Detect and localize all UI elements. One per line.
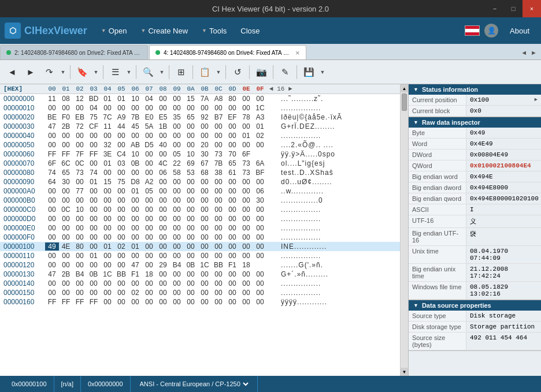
hex-byte-18-13[interactable]: F1 xyxy=(225,261,239,269)
hex-byte-22-4[interactable]: 00 xyxy=(101,298,114,306)
hex-row-17[interactable]: 0000011000000001000000000000000000000000… xyxy=(0,251,400,260)
hex-byte-16-8[interactable]: 00 xyxy=(156,242,170,251)
hex-byte-18-3[interactable]: 00 xyxy=(87,261,101,269)
hex-byte-18-10[interactable]: 0B xyxy=(184,261,198,269)
hex-byte-11-9[interactable]: 00 xyxy=(170,196,184,204)
hex-byte-21-14[interactable]: 00 xyxy=(239,289,253,297)
hex-byte-5-10[interactable]: 00 xyxy=(184,141,198,149)
hex-byte-20-15[interactable]: 00 xyxy=(253,279,267,288)
hex-byte-7-14[interactable]: 73 xyxy=(239,159,253,167)
hex-byte-4-10[interactable]: 00 xyxy=(184,132,198,140)
hex-byte-14-7[interactable]: 00 xyxy=(142,224,156,232)
hex-byte-3-8[interactable]: 1B xyxy=(156,122,170,130)
hex-byte-7-5[interactable]: 03 xyxy=(114,159,128,167)
hex-byte-18-12[interactable]: BB xyxy=(212,261,225,269)
hex-byte-10-13[interactable]: 00 xyxy=(225,187,239,195)
hex-byte-19-6[interactable]: F1 xyxy=(128,270,142,278)
hex-byte-8-4[interactable]: 00 xyxy=(101,169,114,177)
hex-byte-18-6[interactable]: 47 xyxy=(128,261,142,269)
hex-byte-1-1[interactable]: 00 xyxy=(59,104,73,112)
hex-byte-9-14[interactable]: 00 xyxy=(239,178,253,186)
hex-row-18[interactable]: 00000120000000000000470029B40B1CBBF118..… xyxy=(0,260,400,270)
hex-byte-6-12[interactable]: 73 xyxy=(212,150,225,158)
hex-byte-3-14[interactable]: 00 xyxy=(239,122,253,130)
hex-byte-4-3[interactable]: 00 xyxy=(87,132,101,140)
hex-byte-2-15[interactable]: A3 xyxy=(253,113,267,121)
hex-byte-3-5[interactable]: 44 xyxy=(114,122,128,130)
hex-byte-3-11[interactable]: 00 xyxy=(198,122,212,130)
raw-data-header[interactable]: ▼ Raw data inspector xyxy=(409,117,541,128)
hex-byte-4-9[interactable]: 00 xyxy=(170,132,184,140)
hex-byte-2-13[interactable]: EF xyxy=(225,113,239,121)
hex-byte-20-14[interactable]: 00 xyxy=(239,279,253,288)
scroll-up-button[interactable]: ▲ xyxy=(401,84,408,92)
hex-byte-5-5[interactable]: 00 xyxy=(114,141,128,149)
menu-create-new[interactable]: ▼ Create New xyxy=(134,22,195,40)
hex-byte-20-2[interactable]: 00 xyxy=(73,279,87,288)
hex-byte-14-13[interactable]: 00 xyxy=(225,224,239,232)
hex-byte-22-12[interactable]: 00 xyxy=(212,298,225,306)
encoding-select[interactable]: ANSI - Central European / CP-1250 xyxy=(138,380,250,388)
hex-byte-22-2[interactable]: FF xyxy=(73,298,87,306)
hex-byte-8-15[interactable]: BF xyxy=(253,169,267,177)
hex-row-22[interactable]: 00000160FFFFFFFF000000000000000000000000… xyxy=(0,297,400,307)
hex-byte-19-13[interactable]: 00 xyxy=(225,270,239,278)
hex-byte-8-7[interactable]: 00 xyxy=(142,169,156,177)
hex-byte-1-7[interactable]: 00 xyxy=(142,104,156,112)
hex-byte-15-13[interactable]: 00 xyxy=(225,233,239,241)
edit-button[interactable]: ✎ xyxy=(276,64,294,81)
hex-byte-18-2[interactable]: 00 xyxy=(73,261,87,269)
close-button[interactable]: × xyxy=(523,0,541,17)
hex-byte-10-1[interactable]: 00 xyxy=(59,187,73,195)
hex-byte-14-5[interactable]: 00 xyxy=(114,224,128,232)
hex-byte-2-4[interactable]: 7C xyxy=(101,113,114,121)
hex-byte-9-7[interactable]: A2 xyxy=(142,178,156,186)
hex-byte-12-10[interactable]: 00 xyxy=(184,206,198,214)
hex-byte-15-8[interactable]: 00 xyxy=(156,233,170,241)
hex-byte-16-4[interactable]: 01 xyxy=(101,242,114,251)
hex-row-12[interactable]: 000000C0000C1000000000000000000000000000… xyxy=(0,205,400,214)
hex-byte-7-1[interactable]: 6C xyxy=(59,159,73,167)
hex-byte-13-7[interactable]: 00 xyxy=(142,215,156,223)
list-button[interactable]: ☰ xyxy=(106,64,124,81)
hex-byte-1-11[interactable]: 00 xyxy=(198,104,212,112)
hex-byte-19-11[interactable]: 00 xyxy=(198,270,212,278)
hex-row-4[interactable]: 0000004000000000000000000000000000000102… xyxy=(0,131,400,140)
refresh-button[interactable]: ↺ xyxy=(229,64,246,81)
hex-byte-3-15[interactable]: 01 xyxy=(253,122,267,130)
hex-byte-3-0[interactable]: 47 xyxy=(45,122,59,130)
hex-byte-3-4[interactable]: 11 xyxy=(101,122,114,130)
hex-byte-18-4[interactable]: 00 xyxy=(101,261,114,269)
hex-byte-4-0[interactable]: 00 xyxy=(45,132,59,140)
hex-byte-20-7[interactable]: 00 xyxy=(142,279,156,288)
hex-byte-13-4[interactable]: 00 xyxy=(101,215,114,223)
hex-row-9[interactable]: 00000090643000011575D8A20000000000000000… xyxy=(0,177,400,186)
hex-byte-6-5[interactable]: C4 xyxy=(114,150,128,158)
menu-open[interactable]: ▼ Open xyxy=(94,22,134,40)
hex-byte-8-2[interactable]: 73 xyxy=(73,169,87,177)
hex-byte-2-2[interactable]: EB xyxy=(73,113,87,121)
hex-byte-17-6[interactable]: 00 xyxy=(128,252,142,260)
hex-row-1[interactable]: 000000100000000400000000000000000000001C… xyxy=(0,103,400,113)
hex-byte-10-12[interactable]: 00 xyxy=(212,187,225,195)
hex-byte-12-7[interactable]: 00 xyxy=(142,206,156,214)
hex-row-16[interactable]: 00000100494E8000010201000000000000000000… xyxy=(0,242,400,251)
hex-byte-9-15[interactable]: 00 xyxy=(253,178,267,186)
hex-byte-8-14[interactable]: 73 xyxy=(239,169,253,177)
hex-byte-11-15[interactable]: 30 xyxy=(253,196,267,204)
hex-byte-2-10[interactable]: 65 xyxy=(184,113,198,121)
hex-byte-10-8[interactable]: 00 xyxy=(156,187,170,195)
hex-byte-22-9[interactable]: 00 xyxy=(170,298,184,306)
back-button[interactable]: ◄ xyxy=(3,64,21,81)
hex-byte-20-4[interactable]: 00 xyxy=(101,279,114,288)
hex-byte-17-5[interactable]: 00 xyxy=(114,252,128,260)
hex-byte-9-8[interactable]: 00 xyxy=(156,178,170,186)
hex-byte-19-1[interactable]: 2B xyxy=(59,270,73,278)
hex-byte-0-9[interactable]: 00 xyxy=(170,95,184,103)
hex-byte-3-3[interactable]: CF xyxy=(87,122,101,130)
hex-byte-13-10[interactable]: 00 xyxy=(184,215,198,223)
hex-byte-10-4[interactable]: 00 xyxy=(101,187,114,195)
hex-byte-22-3[interactable]: FF xyxy=(87,298,101,306)
hex-byte-4-1[interactable]: 00 xyxy=(59,132,73,140)
position-expand[interactable]: ► xyxy=(535,97,538,103)
